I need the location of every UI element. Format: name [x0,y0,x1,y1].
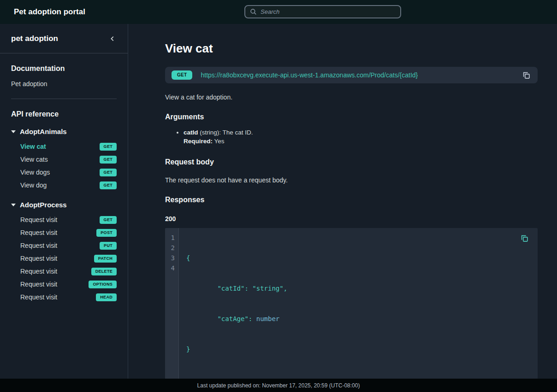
footer: Last update published on: November 17, 2… [0,379,557,392]
copy-url-button[interactable] [521,70,531,80]
argument-name: catId [184,129,198,136]
code-content: { "catId": "string", "catAge": number } [179,228,538,379]
sidebar-item-request-visit-options[interactable]: Request visit OPTIONS [11,278,117,291]
responses-heading: Responses [165,196,538,204]
search-input[interactable] [261,8,396,15]
sidebar-divider [11,99,117,99]
sidebar-body: Documentation Pet adoption API reference… [0,53,128,315]
sidebar-item-pet-adoption[interactable]: Pet adoption [11,80,117,88]
code-line: "catAge": number [186,314,530,324]
line-number: 2 [165,243,175,253]
sidebar-title: pet adoption [11,34,58,43]
sidebar-item-view-cats[interactable]: View cats GET [11,153,117,166]
endpoint-url[interactable]: https://ra8obxcevg.execute-api.us-west-1… [201,71,418,79]
method-badge: POST [96,229,117,237]
line-number: 3 [165,253,175,263]
status-code: 200 [165,215,538,222]
line-number: 1 [165,233,175,243]
code-line: } [186,344,530,354]
api-reference-heading: API reference [11,110,117,118]
sidebar-item-request-visit-post[interactable]: Request visit POST [11,226,117,239]
copy-icon [522,71,530,79]
sidebar-header: pet adoption [0,24,128,53]
sidebar-item-request-visit-patch[interactable]: Request visit PATCH [11,252,117,265]
copy-code-button[interactable] [520,234,529,243]
last-update-text: Last update published on: November 17, 2… [197,382,360,389]
sidebar-item-request-visit-put[interactable]: Request visit PUT [11,239,117,252]
method-badge: DELETE [91,268,117,275]
sidebar-item-view-dog[interactable]: View dog GET [11,179,117,192]
method-badge: GET [100,216,117,224]
main-content: View cat GET https://ra8obxcevg.execute-… [128,24,557,392]
required-value: Yes [213,138,225,145]
documentation-heading: Documentation [11,64,117,73]
code-line-numbers: 1 2 3 4 [165,228,179,379]
caret-down-icon [11,130,16,133]
method-badge: PUT [100,242,117,250]
argument-item: catId (string): The cat ID. Required: Ye… [184,129,538,146]
method-badge: PATCH [94,255,117,263]
method-badge: GET [100,143,117,151]
code-line: "catId": "string", [186,283,530,293]
request-body-heading: Request body [165,158,538,166]
group-adopt-animals[interactable]: AdoptAnimals [11,128,117,135]
method-badge: GET [100,169,117,176]
search-icon [250,8,257,15]
group-adopt-process[interactable]: AdoptProcess [11,201,117,209]
method-badge: OPTIONS [89,281,117,288]
endpoint-bar: GET https://ra8obxcevg.execute-api.us-we… [165,67,538,83]
sidebar-item-request-visit-head[interactable]: Request visit HEAD [11,291,117,304]
app-layout: pet adoption Documentation Pet adoption … [0,24,557,392]
arguments-list: catId (string): The cat ID. Required: Ye… [184,129,538,146]
method-badge: GET [172,70,192,80]
chevron-left-icon [109,35,116,42]
response-code-block: 1 2 3 4 { "catId": "string", "catAge": n… [165,228,538,379]
required-label: Required: [184,138,213,145]
top-header: Pet adoption portal [0,0,557,24]
sidebar: pet adoption Documentation Pet adoption … [0,24,128,392]
operation-description: View a cat for adoption. [165,94,538,101]
request-body-text: The request does not have a request body… [165,176,538,184]
sidebar-item-request-visit-delete[interactable]: Request visit DELETE [11,265,117,278]
sidebar-collapse-button[interactable] [107,34,118,44]
method-badge: GET [100,181,117,189]
method-badge: GET [100,156,117,164]
sidebar-item-view-cat[interactable]: View cat GET [11,140,117,153]
group-label: AdoptAnimals [20,128,67,135]
search-box[interactable] [244,5,401,18]
app-title: Pet adoption portal [14,7,85,17]
sidebar-item-view-dogs[interactable]: View dogs GET [11,166,117,179]
code-line: { [186,253,530,263]
method-badge: HEAD [96,293,117,301]
copy-icon [521,234,528,242]
arguments-heading: Arguments [165,113,538,121]
caret-down-icon [11,204,16,206]
sidebar-item-request-visit-get[interactable]: Request visit GET [11,213,117,226]
argument-description: (string): The cat ID. [198,129,253,136]
operation-title: View cat [165,41,538,56]
group-label: AdoptProcess [20,201,67,209]
line-number: 4 [165,263,175,273]
